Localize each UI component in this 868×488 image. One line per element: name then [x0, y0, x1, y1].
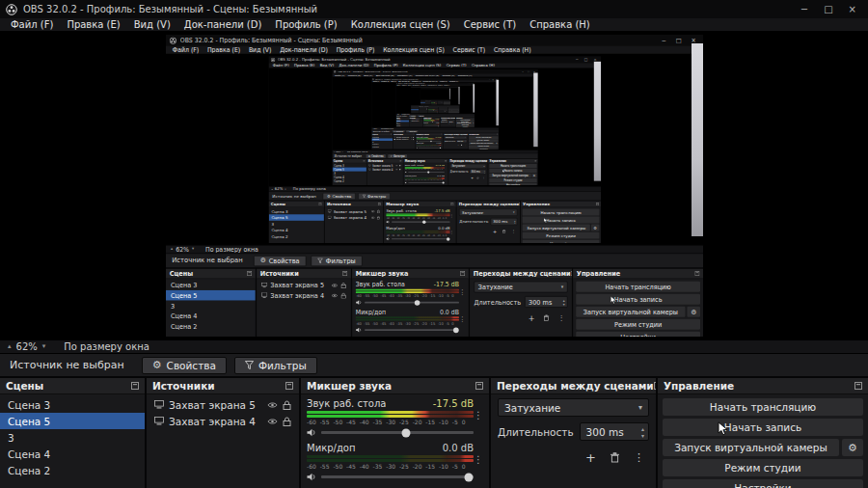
- dock-float-icon[interactable]: [450, 202, 453, 204]
- visibility-icon[interactable]: [370, 209, 374, 212]
- dock-float-icon[interactable]: [377, 202, 380, 204]
- maximize-button[interactable]: □: [675, 37, 681, 42]
- menu-docks[interactable]: Док-панели (D): [396, 79, 410, 81]
- source-item[interactable]: Захват экрана 4: [366, 167, 401, 171]
- transition-select[interactable]: Затухание ▾: [458, 208, 516, 215]
- minimize-button[interactable]: −: [661, 37, 665, 42]
- dock-float-icon[interactable]: [131, 382, 139, 390]
- spinner-arrows[interactable]: ▴ ▾: [562, 297, 564, 306]
- menu-docks[interactable]: Док-панели (D): [373, 73, 394, 76]
- zoom-up-icon[interactable]: ▴: [8, 343, 12, 350]
- transition-menu-button[interactable]: ⋮: [464, 143, 466, 145]
- fit-to-window-label[interactable]: По размеру окна: [292, 186, 325, 190]
- start-virtual-camera-button[interactable]: Запуск виртуальной камеры: [663, 439, 839, 456]
- menu-help[interactable]: Справка (H): [455, 73, 473, 76]
- dock-float-icon[interactable]: [444, 159, 446, 161]
- close-button[interactable]: ×: [849, 5, 856, 14]
- scene-item[interactable]: Сцена 4: [268, 226, 323, 232]
- menu-file[interactable]: Файл (F): [269, 63, 290, 68]
- duration-input[interactable]: 300 ms ▴ ▾: [469, 169, 485, 174]
- dock-float-icon[interactable]: [285, 382, 293, 390]
- close-button[interactable]: ×: [472, 82, 473, 83]
- spin-down-icon[interactable]: ▾: [483, 171, 484, 173]
- menu-profile[interactable]: Профиль (P): [370, 63, 399, 68]
- zoom-level[interactable]: 62%: [274, 186, 283, 190]
- properties-button[interactable]: ⚙ Свойства: [142, 357, 227, 374]
- start-virtual-camera-button[interactable]: Запуск виртуальной камеры: [455, 122, 472, 123]
- source-item[interactable]: Захват экрана 5: [147, 396, 299, 413]
- menu-tools[interactable]: Сервис (T): [457, 18, 523, 31]
- menu-view[interactable]: Вид (V): [362, 73, 373, 76]
- dock-float-icon[interactable]: [420, 117, 421, 118]
- source-item[interactable]: Захват экрана 5: [418, 107, 426, 108]
- dock-float-icon[interactable]: [595, 202, 598, 204]
- menu-help[interactable]: Справка (H): [448, 79, 458, 81]
- dock-float-icon[interactable]: [247, 271, 252, 276]
- dock-float-icon[interactable]: [473, 117, 474, 118]
- virtual-camera-settings-button[interactable]: ⚙: [590, 224, 598, 230]
- menu-profile[interactable]: Профиль (P): [332, 45, 378, 53]
- filters-button[interactable]: Фильтры: [387, 153, 406, 157]
- studio-mode-button[interactable]: Режим студии: [663, 459, 863, 476]
- properties-button[interactable]: ⚙ Свойства: [322, 192, 355, 199]
- zoom-down-icon[interactable]: ▾: [192, 247, 194, 251]
- visibility-icon[interactable]: [394, 168, 397, 170]
- menu-file[interactable]: Файл (F): [371, 79, 380, 81]
- scene-item[interactable]: Сцена 2: [268, 232, 323, 239]
- menu-scene-collection[interactable]: Коллекция сцен (S): [399, 63, 443, 68]
- duration-input[interactable]: 300 ms ▴ ▾: [524, 296, 567, 308]
- slider-handle[interactable]: [442, 180, 444, 182]
- menu-file[interactable]: Файл (F): [168, 45, 203, 53]
- filters-button[interactable]: Фильтры: [311, 255, 362, 265]
- menu-tools[interactable]: Сервис (T): [440, 73, 455, 76]
- menu-scene-collection[interactable]: Коллекция сцен (S): [344, 18, 457, 31]
- zoom-up-icon[interactable]: ▴: [333, 150, 334, 152]
- scene-item-selected[interactable]: Сцена 5: [268, 213, 323, 220]
- virtual-camera-settings-button[interactable]: ⚙: [687, 306, 700, 316]
- properties-button[interactable]: ⚙ Свойства: [392, 129, 404, 132]
- volume-slider[interactable]: [407, 181, 443, 182]
- source-item[interactable]: Захват экрана 5: [324, 207, 383, 214]
- menu-docks[interactable]: Док-панели (D): [275, 45, 332, 53]
- spin-down-icon[interactable]: ▾: [513, 221, 514, 224]
- lock-icon[interactable]: [398, 163, 400, 165]
- minimize-button[interactable]: −: [575, 57, 578, 61]
- add-transition-button[interactable]: +: [456, 143, 458, 145]
- menu-edit[interactable]: Правка (E): [60, 18, 126, 31]
- remove-transition-button[interactable]: [460, 143, 461, 146]
- virtual-camera-settings-button[interactable]: ⚙: [530, 173, 535, 176]
- source-item[interactable]: Захват экрана 4: [147, 413, 299, 429]
- slider-handle[interactable]: [402, 428, 411, 437]
- dock-float-icon[interactable]: [460, 271, 465, 276]
- spin-down-icon[interactable]: ▾: [641, 432, 644, 439]
- studio-mode-button[interactable]: Режим студии: [488, 177, 535, 181]
- scene-item-selected[interactable]: Сцена 5: [331, 167, 366, 171]
- menu-scene-collection[interactable]: Коллекция сцен (S): [378, 45, 448, 53]
- filters-button[interactable]: Фильтры: [358, 192, 390, 199]
- remove-transition-button[interactable]: [543, 312, 549, 323]
- visibility-icon[interactable]: [267, 418, 278, 425]
- channel-menu-icon[interactable]: ⋮: [458, 288, 464, 294]
- source-item[interactable]: Захват экрана 5: [366, 163, 401, 167]
- visibility-icon[interactable]: [267, 401, 278, 409]
- menu-tools[interactable]: Сервис (T): [448, 45, 489, 53]
- lock-icon[interactable]: [340, 292, 346, 298]
- add-transition-button[interactable]: +: [528, 313, 534, 321]
- scene-item[interactable]: Сцена 3: [410, 107, 418, 108]
- maximize-button[interactable]: □: [583, 57, 587, 61]
- duration-input[interactable]: 300 ms ▴ ▾: [448, 121, 454, 122]
- slider-handle[interactable]: [426, 170, 428, 172]
- dock-float-icon[interactable]: [486, 159, 487, 161]
- menu-docks[interactable]: Док-панели (D): [336, 63, 370, 68]
- scene-item[interactable]: Сцена 3: [394, 118, 408, 120]
- studio-mode-button[interactable]: Режим студии: [468, 144, 498, 147]
- lock-icon[interactable]: [283, 417, 291, 426]
- settings-button[interactable]: Настройки: [468, 147, 498, 148]
- menu-tools[interactable]: Сервис (T): [438, 79, 448, 81]
- preview[interactable]: OBS 32.0.2 - Профиль: Безымянный - Сцены…: [268, 68, 601, 186]
- menu-docks[interactable]: Док-панели (D): [177, 18, 269, 31]
- settings-button[interactable]: Настройки: [663, 479, 863, 488]
- start-recording-button[interactable]: Начать запись: [455, 120, 474, 122]
- properties-button[interactable]: ⚙ Свойства: [253, 255, 306, 265]
- slider-handle[interactable]: [453, 327, 459, 333]
